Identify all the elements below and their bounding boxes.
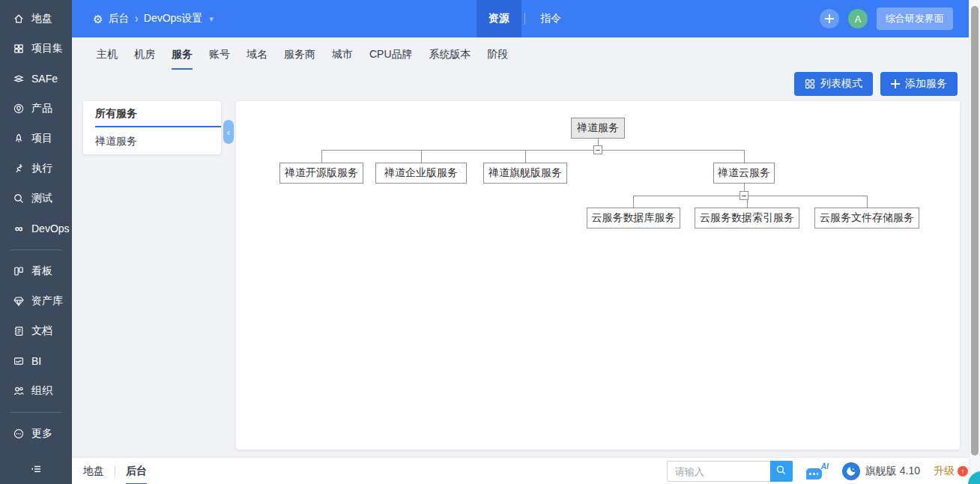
footer-tab-home[interactable]: 地盘 — [83, 458, 104, 484]
all-services-item[interactable]: 所有服务 — [83, 101, 221, 126]
zentao-logo-icon — [842, 462, 860, 480]
tab-cpu-brand[interactable]: CPU品牌 — [369, 37, 413, 70]
list-mode-button[interactable]: 列表模式 — [794, 72, 873, 96]
window-scrollbar[interactable] — [969, 0, 980, 484]
sidebar-item-label: 产品 — [31, 102, 52, 115]
quick-create-button[interactable] — [820, 9, 839, 28]
tab-account[interactable]: 账号 — [209, 37, 230, 70]
add-service-label: 添加服务 — [905, 77, 947, 91]
header-nav-divider — [524, 13, 525, 25]
breadcrumb-admin[interactable]: 后台 — [108, 12, 129, 25]
sidebar-collapse-icon[interactable] — [27, 460, 45, 478]
tab-os-version[interactable]: 系统版本 — [429, 37, 471, 70]
more-icon — [12, 428, 25, 440]
sidebar-item-safe[interactable]: SAFe — [0, 64, 72, 94]
tree-node[interactable]: 云服务数据库服务 — [587, 208, 680, 229]
breadcrumb-current-page[interactable]: DevOps设置 — [144, 12, 203, 25]
tree-node[interactable]: 禅道开源版服务 — [279, 163, 363, 184]
tree-node[interactable]: 禅道云服务 — [713, 163, 775, 184]
search-input[interactable] — [667, 461, 770, 482]
diamond-icon — [12, 295, 25, 307]
tree-node[interactable]: 云服务文件存储服务 — [814, 208, 919, 229]
panel-collapse-handle[interactable]: ‹ — [223, 120, 234, 144]
sidebar-item-program[interactable]: 项目集 — [0, 34, 72, 64]
sidebar-item-devops[interactable]: ∞ DevOps — [0, 214, 72, 243]
header-tab-commands[interactable]: 指令 — [528, 0, 573, 37]
upgrade-link[interactable]: 升级 ↑ — [934, 465, 968, 478]
runner-icon — [12, 163, 25, 175]
sidebar-item-label: 项目 — [31, 132, 52, 145]
tab-domain[interactable]: 域名 — [246, 37, 267, 70]
tab-serverroom[interactable]: 机房 — [134, 37, 155, 70]
footer-tab-admin[interactable]: 后台 — [126, 458, 147, 484]
search-icon — [775, 465, 787, 478]
tree-collapse-toggle[interactable] — [739, 191, 748, 200]
rocket-icon — [12, 133, 25, 145]
main-content: 主机 机房 服务 账号 域名 服务商 城市 CPU品牌 系统版本 阶段 列表模式… — [72, 37, 980, 457]
sidebar-item-assets[interactable]: 资产库 — [0, 286, 72, 316]
sidebar-item-testing[interactable]: 测试 — [0, 184, 72, 214]
sidebar-item-label: 组织 — [31, 384, 52, 398]
tab-service[interactable]: 服务 — [172, 37, 193, 70]
service-list-item[interactable]: 禅道服务 — [83, 127, 221, 154]
scrollbar-thumb[interactable] — [971, 6, 979, 456]
header-nav: 资源 指令 — [477, 0, 573, 37]
tab-host[interactable]: 主机 — [97, 37, 118, 70]
sidebar-item-label: 测试 — [31, 192, 52, 205]
tab-stage[interactable]: 阶段 — [488, 37, 509, 70]
infinity-icon: ∞ — [12, 223, 25, 235]
sidebar-item-home[interactable]: 地盘 — [0, 4, 72, 34]
search-box — [667, 461, 793, 482]
tree-node[interactable]: 禅道企业版服务 — [375, 163, 467, 184]
top-header: ⚙ 后台 › DevOps设置 ▾ 资源 指令 A 综合研发界面 — [72, 0, 980, 37]
sidebar-item-label: 看板 — [31, 264, 52, 278]
sidebar-divider — [10, 249, 61, 250]
breadcrumb: ⚙ 后台 › DevOps设置 ▾ — [93, 0, 214, 37]
footer-tabs: 地盘 后台 — [83, 458, 147, 484]
home-icon — [12, 13, 25, 25]
add-service-button[interactable]: 添加服务 — [880, 72, 958, 96]
tree-node[interactable]: 禅道旗舰版服务 — [483, 163, 567, 184]
sidebar-item-label: 资产库 — [31, 294, 63, 308]
tab-provider[interactable]: 服务商 — [284, 37, 315, 70]
tab-city[interactable]: 城市 — [332, 37, 353, 70]
tree-node-root[interactable]: 禅道服务 — [571, 118, 625, 139]
chevron-left-icon: ‹ — [227, 127, 230, 138]
list-mode-label: 列表模式 — [820, 77, 862, 91]
plus-icon — [891, 79, 900, 88]
sidebar-item-product[interactable]: 产品 — [0, 94, 72, 124]
resource-tabs: 主机 机房 服务 账号 域名 服务商 城市 CPU品牌 系统版本 阶段 — [97, 37, 525, 70]
footer-right: AI 旗舰版 4.10 升级 ↑ — [667, 458, 968, 484]
search-button[interactable] — [770, 461, 793, 482]
header-actions: A 综合研发界面 — [820, 0, 953, 37]
document-icon — [12, 325, 25, 337]
ai-label: AI — [821, 462, 829, 471]
sidebar-item-label: 更多 — [31, 427, 52, 441]
sidebar-item-label: BI — [31, 355, 41, 367]
chat-bubble-icon — [806, 468, 822, 480]
sidebar-item-bi[interactable]: BI — [0, 346, 72, 376]
footer-divider — [115, 466, 115, 477]
footer-bar: 地盘 后台 AI 旗舰版 4.10 升级 — [72, 457, 980, 484]
chevron-down-icon[interactable]: ▾ — [209, 14, 214, 24]
header-tab-resources[interactable]: 资源 — [477, 0, 521, 37]
sidebar-item-execution[interactable]: 执行 — [0, 154, 72, 184]
sidebar-item-organization[interactable]: 组织 — [0, 376, 72, 406]
workbench-mode-button[interactable]: 综合研发界面 — [877, 7, 953, 30]
kanban-icon — [12, 265, 25, 277]
people-icon — [12, 385, 25, 397]
tree-node[interactable]: 云服务数据索引服务 — [695, 208, 799, 229]
chevron-right-icon: › — [134, 13, 138, 25]
sidebar-item-project[interactable]: 项目 — [0, 124, 72, 154]
sidebar-item-docs[interactable]: 文档 — [0, 316, 72, 346]
sidebar-item-more[interactable]: 更多 — [0, 419, 72, 449]
grid-icon — [12, 43, 25, 55]
ai-assistant-icon[interactable]: AI — [806, 462, 829, 480]
sidebar-divider — [10, 412, 61, 413]
magnifier-icon — [12, 193, 25, 205]
tree-collapse-toggle[interactable] — [593, 145, 602, 154]
service-tree-canvas: 禅道服务 禅道开源版服务 禅道企业版服务 禅道旗舰版服务 禅道云服务 云服务数据… — [236, 101, 960, 450]
sidebar-item-label: 地盘 — [31, 12, 52, 25]
avatar[interactable]: A — [848, 9, 868, 28]
sidebar-item-kanban[interactable]: 看板 — [0, 256, 72, 286]
